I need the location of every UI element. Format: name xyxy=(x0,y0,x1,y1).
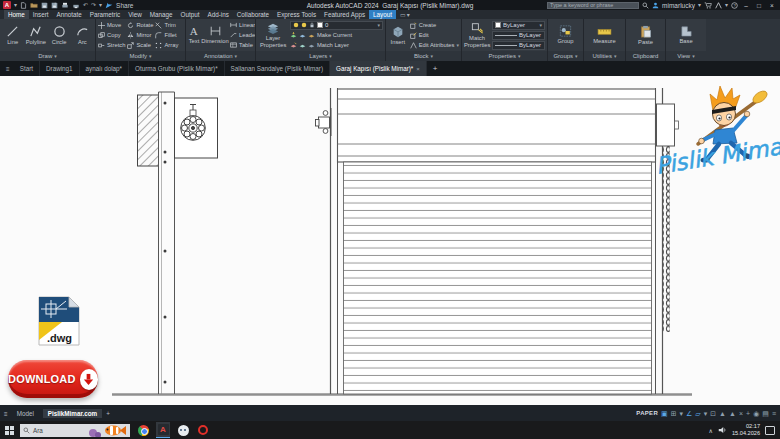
isodraft-caret-icon[interactable]: ▾ xyxy=(704,410,708,417)
doc-tab-sallanan-sandalye[interactable]: Sallanan Sandalye (Pislik Mimar) xyxy=(225,61,330,76)
tool-table[interactable]: Table xyxy=(230,41,255,50)
garage-door-drawing[interactable]: Pislik Mimar xyxy=(0,76,780,405)
tool-line[interactable]: Line xyxy=(2,25,23,45)
app-menu-caret-icon[interactable]: ▾ xyxy=(14,2,17,8)
grid-icon[interactable]: ⊞ xyxy=(671,410,677,417)
print-icon[interactable] xyxy=(72,2,80,9)
panel-footer-groups[interactable]: Groups▾ xyxy=(548,51,583,61)
tool-arc[interactable]: Arc xyxy=(72,25,93,45)
search-icon[interactable] xyxy=(642,2,649,9)
tool-array[interactable]: Array xyxy=(155,41,178,50)
share-button[interactable]: Share xyxy=(116,2,133,9)
doc-tab-start[interactable]: Start xyxy=(14,61,40,76)
annotation-visibility-icon[interactable]: ▲ xyxy=(719,410,726,417)
tool-polyline[interactable]: Polyline xyxy=(25,25,46,45)
tab-parametric[interactable]: Parametric xyxy=(86,10,124,19)
file-tabs-menu[interactable]: ≡ xyxy=(2,61,14,76)
tool-make-current[interactable]: Make Current xyxy=(290,31,383,40)
linetype-select[interactable]: ByLayer xyxy=(492,41,545,50)
polar-tracking-icon[interactable]: ∠ xyxy=(686,410,692,417)
hidden-icons-chevron-icon[interactable]: ∧ xyxy=(709,427,713,434)
tab-layout[interactable]: Layout xyxy=(369,10,396,19)
annotation-scale-icon[interactable]: × xyxy=(739,410,743,417)
doc-tab-garaj-kapisi[interactable]: Garaj Kapısı (Pislik Mimar)*× xyxy=(330,61,427,76)
layout-tab-pislikmimar[interactable]: PislikMimar.com xyxy=(43,409,102,418)
tool-linear[interactable]: Linear xyxy=(230,21,255,30)
tool-paste[interactable]: Paste xyxy=(633,25,659,45)
tool-leader[interactable]: Leader xyxy=(230,31,255,40)
tool-text[interactable]: A Text xyxy=(188,25,200,44)
panel-footer-layers[interactable]: Layers▾ xyxy=(256,51,385,61)
tool-edit-attributes[interactable]: Edit Attributes▾ xyxy=(410,41,459,50)
minimize-button[interactable]: – xyxy=(741,2,751,9)
redo-icon[interactable]: ↷ xyxy=(91,2,96,8)
tool-match-properties[interactable]: Match Properties xyxy=(464,22,490,47)
tool-rotate[interactable]: Rotate xyxy=(127,21,153,30)
taskbar-app-opera[interactable] xyxy=(196,422,210,438)
panel-footer-annotation[interactable]: Annotation▾ xyxy=(186,51,255,61)
tool-create-block[interactable]: Create xyxy=(410,21,459,30)
taskbar-app-chrome[interactable] xyxy=(136,422,150,438)
tool-edit-block[interactable]: Edit xyxy=(410,31,459,40)
panel-footer-utilities[interactable]: Utilities▾ xyxy=(584,51,625,61)
tab-home[interactable]: Home xyxy=(4,10,29,19)
panel-footer-block[interactable]: Block▾ xyxy=(386,51,461,61)
ribbon-display-switcher[interactable]: ▭▾ xyxy=(396,10,414,19)
maximize-button[interactable]: □ xyxy=(754,2,764,9)
share-icon[interactable] xyxy=(105,2,113,9)
help-search-input[interactable] xyxy=(547,2,639,9)
new-drawing-button[interactable]: + xyxy=(427,61,444,76)
open-folder-icon[interactable] xyxy=(30,2,38,9)
taskbar-search[interactable]: Ara xyxy=(20,424,130,437)
tab-express-tools[interactable]: Express Tools xyxy=(273,10,320,19)
plot-icon[interactable] xyxy=(61,2,69,9)
panel-footer-draw[interactable]: Draw▾ xyxy=(0,51,95,61)
annotation-monitor-icon[interactable]: ◉ xyxy=(753,410,759,417)
download-button[interactable]: DOWNLOAD xyxy=(8,360,98,398)
tab-close-icon[interactable]: × xyxy=(416,66,420,72)
tool-trim[interactable]: Trim xyxy=(155,21,178,30)
autodesk-apps-icon[interactable] xyxy=(715,2,722,9)
taskbar-clock[interactable]: 02:17 15.04.2026 xyxy=(732,423,760,436)
tool-mirror[interactable]: Mirror xyxy=(127,31,153,40)
tool-copy[interactable]: Copy xyxy=(98,31,125,40)
model-tab[interactable]: Model xyxy=(12,409,39,418)
qat-caret-icon[interactable]: ▾ xyxy=(99,2,102,8)
layer-select[interactable]: 0 ▾ xyxy=(290,21,383,30)
customization-icon[interactable]: ≡ xyxy=(772,410,776,417)
osnap-icon[interactable]: ⊡ xyxy=(710,410,716,417)
tool-group[interactable]: Group xyxy=(553,25,579,44)
tab-addins[interactable]: Add-ins xyxy=(203,10,232,19)
new-file-icon[interactable] xyxy=(20,2,27,9)
workspace-plus-icon[interactable]: + xyxy=(746,410,750,417)
tool-base[interactable]: Base xyxy=(674,25,698,44)
panel-footer-properties[interactable]: Properties▾ xyxy=(462,51,547,61)
tool-scale[interactable]: Scale xyxy=(127,41,153,50)
tool-move[interactable]: Move xyxy=(98,21,125,30)
close-button[interactable]: × xyxy=(767,2,777,9)
tool-layer-properties[interactable]: Layer Properties xyxy=(258,22,288,47)
start-button[interactable] xyxy=(5,426,14,435)
apps-caret-icon[interactable]: ▾ xyxy=(725,2,728,8)
new-layout-button[interactable]: + xyxy=(106,410,110,417)
speaker-icon[interactable] xyxy=(718,426,727,434)
panel-footer-view[interactable]: View▾ xyxy=(666,51,706,61)
panel-footer-modify[interactable]: Modify▾ xyxy=(96,51,185,61)
tab-collaborate[interactable]: Collaborate xyxy=(233,10,273,19)
snap-caret-icon[interactable]: ▾ xyxy=(680,410,684,417)
panel-footer-clipboard[interactable]: Clipboard xyxy=(626,51,665,61)
tab-manage[interactable]: Manage xyxy=(146,10,177,19)
drawing-area[interactable]: Pislik Mimar .dwg DOWNLOAD xyxy=(0,76,780,405)
tab-insert[interactable]: Insert xyxy=(29,10,53,19)
tool-stretch[interactable]: Stretch xyxy=(98,41,125,50)
tab-featured-apps[interactable]: Featured Apps xyxy=(320,10,369,19)
layout-menu-hamburger-icon[interactable]: ≡ xyxy=(4,410,8,417)
autocad-app-icon[interactable]: A xyxy=(3,1,11,9)
undo-icon[interactable]: ↶ xyxy=(83,2,88,8)
taskbar-app-autocad[interactable]: A xyxy=(156,422,170,438)
user-icon[interactable] xyxy=(652,2,659,9)
paper-space-label[interactable]: PAPER xyxy=(636,410,658,416)
tab-annotate[interactable]: Annotate xyxy=(53,10,86,19)
tool-match-layer[interactable]: Match Layer xyxy=(290,41,383,50)
tool-insert[interactable]: Insert xyxy=(388,25,408,45)
